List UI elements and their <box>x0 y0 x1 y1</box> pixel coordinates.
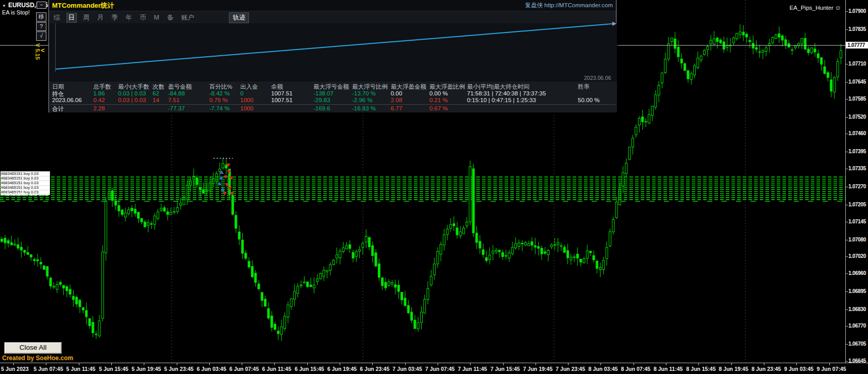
price-axis-label: 1.07645 <box>848 79 866 85</box>
time-axis-label: 5 Jun 07:45 <box>34 366 63 372</box>
panel-check-button[interactable]: √ <box>36 31 46 41</box>
panel-minimize-button[interactable]: − <box>37 2 46 9</box>
panel-tab-3[interactable]: 周 <box>81 13 91 23</box>
time-axis-tick <box>242 363 242 365</box>
panel-tab-7[interactable]: 币 <box>138 13 148 23</box>
statistics-table: 日期总手数最小|大手数次数盈亏金额百分比%出入金余额最大浮亏金额最大浮亏比例最大… <box>49 82 617 112</box>
table-total-separator <box>51 104 615 105</box>
time-axis-tick <box>438 363 438 365</box>
price-axis-tick <box>846 64 848 64</box>
time-axis-label: 6 Jun 15:45 <box>295 366 324 372</box>
time-axis-tick <box>829 363 830 365</box>
table-cell: 0 <box>240 90 243 96</box>
time-axis-label: 7 Jun 11:45 <box>458 366 487 372</box>
time-axis-tick <box>536 363 536 365</box>
table-cell: 0:15:10 | 0:47:15 | 1:25:33 <box>467 97 536 103</box>
time-axis-label: 5 Jun 19:45 <box>131 366 161 372</box>
credit-text: Created by SoeHoe.com <box>2 354 73 362</box>
mt4-chart-window: 1.079001.078351.077101.076451.075851.075… <box>0 0 868 374</box>
price-axis-tick <box>846 29 848 30</box>
close-all-button[interactable]: Close All <box>4 342 62 354</box>
time-axis-tick <box>633 363 634 365</box>
panel-tab-5[interactable]: 季 <box>110 13 120 23</box>
table-header: 最小|大手数 <box>118 83 149 91</box>
price-axis-tick <box>846 152 848 152</box>
time-axis-label: 6 Jun 11:45 <box>262 366 291 372</box>
time-axis-label: 7 Jun 07:45 <box>425 366 455 372</box>
table-cell: 0.03 | 0.03 <box>118 97 146 103</box>
table-cell: -29.83 <box>313 97 330 103</box>
price-axis-tick <box>846 11 848 12</box>
table-header: 最小|平均|最大持仓时间 <box>467 83 529 91</box>
table-header: 最大浮盈比例 <box>429 83 465 91</box>
table-cell: 62 <box>153 90 159 96</box>
price-axis-label: 1.07710 <box>848 61 866 67</box>
table-cell: 71:58:31 | 72:40:38 | 73:37:35 <box>467 90 546 96</box>
panel-tabs: 综日周月季年币M备账户轨迹 <box>52 12 249 23</box>
panel-tab-6[interactable]: 年 <box>124 13 134 23</box>
table-cell: 2.28 <box>93 105 105 111</box>
price-axis-label: 1.07520 <box>848 114 866 120</box>
table-header: 最大浮亏比例 <box>352 83 388 91</box>
table-cell: -84.88 <box>168 90 185 96</box>
table-header: 最大浮盈金额 <box>391 83 426 91</box>
panel-collapse-arrow[interactable]: < <box>41 46 45 54</box>
time-axis[interactable]: 5 Jun 20235 Jun 07:455 Jun 11:455 Jun 15… <box>0 363 868 374</box>
equity-curve-line <box>55 24 613 69</box>
time-axis-label: 8 Jun 11:45 <box>654 366 683 372</box>
time-axis-tick <box>79 363 79 365</box>
price-axis-label: 1.07080 <box>848 237 866 242</box>
time-axis-label: 8 Jun 15:45 <box>686 366 715 372</box>
panel-title: MTCommander统计 <box>52 1 114 10</box>
table-header: 日期 <box>52 83 64 91</box>
equity-chart-date-label: 2023.06.06 <box>584 75 611 81</box>
panel-move-button[interactable]: 移 <box>36 12 46 22</box>
table-cell: -169.6 <box>313 105 330 111</box>
table-cell: 2.08 <box>391 97 402 103</box>
track-button[interactable]: 轨迹 <box>229 12 249 23</box>
time-axis-label: 9 Jun 03:45 <box>784 366 813 372</box>
table-header: 出入金 <box>240 83 258 91</box>
panel-help-button[interactable]: ? <box>36 22 46 31</box>
panel-titlebar[interactable]: MTCommander统计 复盘侠 http://MTCommander.com <box>49 0 616 11</box>
panel-tab-1[interactable]: 综 <box>52 13 62 23</box>
table-cell: 0.67 % <box>429 105 448 111</box>
time-axis-tick <box>144 363 144 365</box>
price-axis-tick <box>846 310 848 310</box>
panel-tab-4[interactable]: 月 <box>96 13 106 23</box>
price-axis-tick <box>846 256 848 257</box>
time-axis-label: 7 Jun 23:45 <box>556 366 585 372</box>
price-axis-label: 1.06895 <box>848 288 866 294</box>
time-axis-tick <box>340 363 340 365</box>
time-axis-tick <box>698 363 699 365</box>
smiley-icon: ☺ <box>835 4 841 11</box>
panel-tab-8[interactable]: M <box>153 13 161 22</box>
panel-tab-9[interactable]: 备 <box>165 13 175 23</box>
price-axis[interactable]: 1.079001.078351.077101.076451.075851.075… <box>845 0 868 363</box>
table-cell: 6.77 <box>391 105 402 111</box>
table-cell: -77.37 <box>168 105 185 111</box>
time-axis-tick <box>405 363 406 365</box>
table-cell: 7.51 <box>168 97 179 103</box>
price-axis-label: 1.07020 <box>848 253 866 259</box>
time-axis-label: 7 Jun 15:45 <box>491 366 520 372</box>
price-axis-tick <box>846 205 848 205</box>
table-header: 总手数 <box>93 83 111 91</box>
table-header: 余额 <box>271 83 283 91</box>
table-cell: 14 <box>153 97 159 103</box>
time-axis-tick <box>503 363 504 365</box>
time-axis-tick <box>46 363 46 365</box>
panel-tab-2[interactable]: 日 <box>66 13 77 23</box>
table-cell: -8.42 % <box>209 90 230 96</box>
time-axis-label: 6 Jun 19:45 <box>327 366 357 372</box>
table-cell: 0.00 <box>391 90 402 96</box>
price-axis-tick <box>846 82 848 83</box>
price-axis-tick <box>846 291 848 292</box>
panel-brand-link[interactable]: 复盘侠 http://MTCommander.com <box>525 2 613 9</box>
panel-tab-10[interactable]: 账户 <box>179 13 195 23</box>
table-cell: -138.07 <box>313 90 333 96</box>
table-cell: 50.00 % <box>578 97 599 103</box>
table-cell: 2023.06.06 <box>52 97 82 103</box>
time-axis-tick <box>111 363 112 365</box>
time-axis-label: 5 Jun 11:45 <box>66 366 96 372</box>
